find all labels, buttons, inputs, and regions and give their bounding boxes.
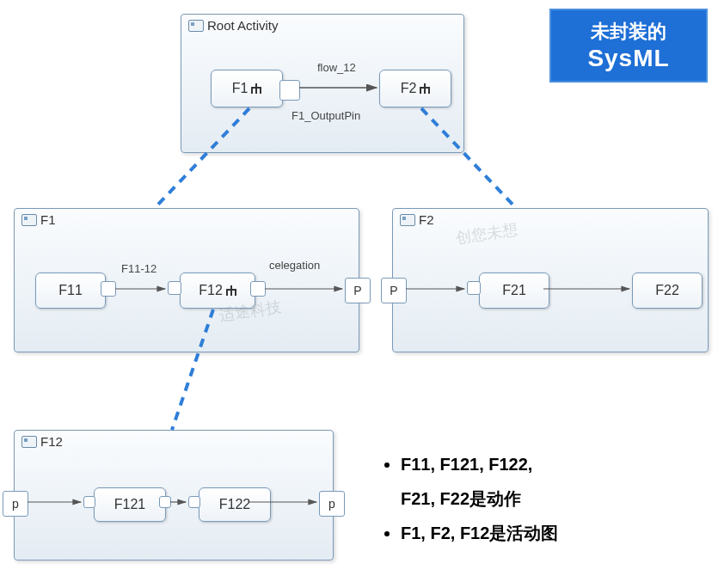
node-label: F2: [401, 81, 417, 96]
panel-f12: F12 p F121 F122 p: [14, 430, 334, 560]
node-label: F22: [655, 283, 679, 298]
node-f11: F11: [35, 273, 106, 309]
badge-line1: 未封装的: [591, 19, 666, 45]
panel-title-text: Root Activity: [207, 18, 279, 33]
activity-icon: [21, 214, 37, 226]
port-label: p: [328, 497, 335, 511]
port-f12-pl: p: [3, 491, 28, 517]
activity-icon: [400, 214, 415, 226]
pin-f1-output: [279, 80, 300, 101]
node-f21: F21: [479, 273, 549, 309]
bullet-1: F11, F121, F122, F21, F22是动作: [401, 447, 558, 516]
label-flow12: flow_12: [317, 61, 356, 74]
rake-icon: [226, 285, 236, 296]
node-f12: F12: [180, 273, 255, 309]
panel-title-f2: F2: [400, 212, 434, 227]
panel-title-f1: F1: [21, 212, 56, 227]
node-f2: F2: [379, 70, 451, 107]
panel-title-text: F12: [40, 434, 63, 449]
panel-title-text: F2: [419, 212, 434, 227]
pin-f11-out: [101, 281, 116, 297]
bullet-list: F11, F121, F122, F21, F22是动作 F1, F2, F12…: [385, 447, 558, 550]
node-f1: F1: [211, 70, 283, 107]
node-f121: F121: [94, 487, 166, 522]
port-label: p: [12, 497, 19, 511]
label-outputpin: F1_OutputPin: [291, 109, 360, 122]
panel-f2: F2 P F21 F22: [392, 208, 709, 352]
panel-root-activity: Root Activity F1 flow_12 F1_OutputPin F2: [181, 14, 464, 153]
node-label: F11: [58, 283, 83, 298]
node-label: F21: [502, 283, 526, 298]
badge-unencapsulated-sysml: 未封装的 SysML: [549, 9, 708, 83]
panel-title-f12: F12: [21, 434, 63, 449]
node-f122: F122: [199, 487, 271, 522]
port-f1-p: P: [345, 278, 371, 303]
activity-icon: [21, 436, 37, 448]
pin-f121-out: [159, 496, 171, 508]
port-f2-p: P: [381, 278, 407, 303]
panel-f1: F1 F11 F11-12 F12 celegation P: [14, 208, 359, 352]
node-label: F122: [219, 497, 250, 512]
pin-f121-in: [83, 496, 95, 508]
port-label: P: [353, 284, 361, 297]
node-label: F12: [199, 283, 223, 298]
pin-f122-in: [188, 496, 200, 508]
pin-f21-in: [467, 281, 481, 295]
activity-icon: [188, 20, 204, 32]
node-f22: F22: [632, 273, 703, 309]
label-delegation: celegation: [269, 259, 320, 272]
pin-f12-in: [168, 281, 181, 295]
panel-title-text: F1: [40, 212, 56, 227]
port-label: P: [390, 284, 397, 297]
badge-line2: SysML: [587, 45, 669, 72]
label-f11-12: F11-12: [121, 262, 156, 275]
node-label: F1: [232, 81, 249, 96]
bullet-1b: F21, F22是动作: [401, 489, 521, 508]
bullet-1a: F11, F121, F122,: [401, 455, 532, 474]
port-f12-pr: p: [319, 491, 345, 517]
panel-title-root: Root Activity: [188, 18, 279, 33]
rake-icon: [420, 83, 430, 94]
rake-icon: [251, 83, 261, 94]
bullet-2: F1, F2, F12是活动图: [401, 516, 558, 550]
node-label: F121: [114, 497, 145, 512]
pin-f12-out: [250, 281, 266, 297]
